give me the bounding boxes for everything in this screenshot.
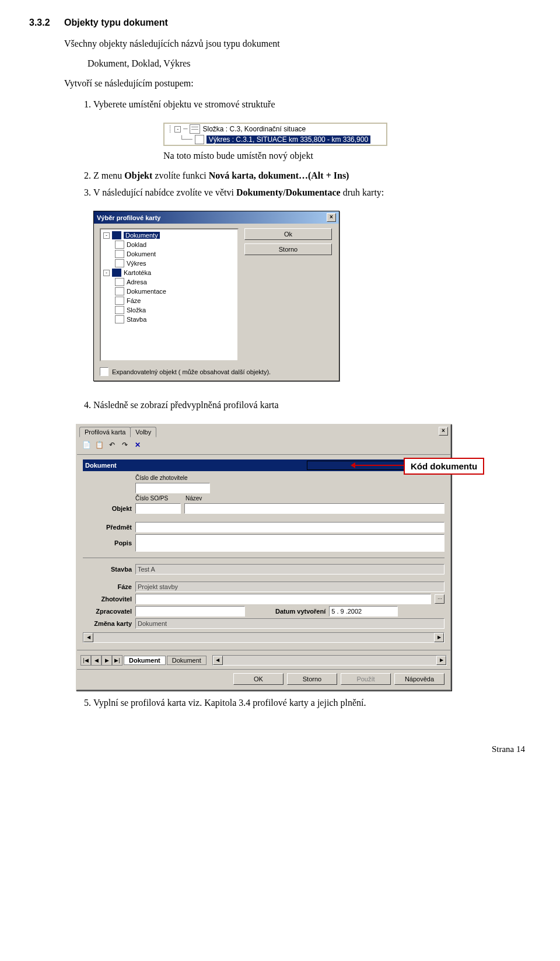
label-popis: Popis [83,539,132,546]
bottom-scrollbar[interactable]: ◀ ▶ [212,655,447,666]
label-cislo-zhotovitele: Číslo dle zhotovitele [135,475,205,481]
prev-icon[interactable]: ◀ [91,655,102,666]
tab-nav[interactable]: |◀ ◀ ▶ ▶| [80,655,123,666]
copy-icon[interactable]: 📄 [80,439,92,451]
field-stavba: Test A [135,564,444,574]
undo-icon[interactable]: ↶ [106,439,118,451]
input-nazev[interactable] [184,503,444,514]
label-predmet: Předmět [83,524,132,531]
tree-item-doklad[interactable]: Doklad [127,241,146,248]
tree-row-selected[interactable]: Výkres : C.3.1, SITUACE km 335,800 - km … [206,135,370,144]
input-popis[interactable] [135,534,444,552]
profile-tree[interactable]: -Dokumenty Doklad Dokument Výkres -Karto… [100,228,239,361]
tree-caption: Na toto místo bude umístěn nový objekt [163,151,531,161]
tree-item-dokument[interactable]: Dokument [127,250,156,257]
horizontal-scrollbar[interactable]: ◀ ▶ [83,632,444,643]
tree-item-dokumentace[interactable]: Dokumentace [127,288,166,295]
ok-button[interactable]: OK [233,673,284,685]
collapse-icon[interactable]: - [174,126,181,133]
tree-screenshot: ┊ - ─ Složka : C.3, Koordinační situace … [163,123,387,146]
step-5: Vyplní se profilová karta viz. Kapitola … [93,697,531,709]
code-callout: Kód dokumentu [404,458,484,475]
tree-row-folder: Složka : C.3, Koordinační situace [202,125,306,133]
card-icon [115,297,124,305]
field-faze: Projekt stavby [135,582,444,592]
label-objekt: Objekt [83,505,132,512]
profile-card-dialog: Profilová karta Volby × 📄 📋 ↶ ↷ ✕ Dokume… [76,424,452,691]
ok-button[interactable]: Ok [244,228,332,240]
bottom-tab-dokument-2[interactable]: Dokument [167,656,206,665]
help-button[interactable]: Nápověda [394,673,444,685]
last-icon[interactable]: ▶| [112,655,123,666]
section-heading: 3.3.2 Objekty typu dokument [29,18,531,28]
next-icon[interactable]: ▶ [102,655,112,666]
tree-item-dokumenty[interactable]: Dokumenty [124,232,160,239]
scroll-left-icon[interactable]: ◀ [83,633,93,642]
first-icon[interactable]: |◀ [80,655,91,666]
lookup-icon[interactable]: ⋯ [435,594,444,604]
input-zhotovitel[interactable] [135,594,431,604]
label-cislo-sops: Číslo SO/PS [135,495,182,502]
collapse-icon[interactable]: - [103,270,110,276]
close-icon[interactable]: × [439,427,448,436]
input-datum[interactable]: 5 . 9 .2002 [329,606,398,617]
field-zmena-karty: Dokument [135,618,444,629]
card-icon [115,306,124,314]
bottom-tab-dokument-1[interactable]: Dokument [124,656,166,665]
tab-profile-card[interactable]: Profilová karta [79,427,131,437]
intro-p2: Dokument, Doklad, Výkres [88,58,531,69]
document-icon [115,250,124,258]
scroll-right-icon[interactable]: ▶ [434,633,444,642]
step-2: Z menu Objekt zvolíte funkci Nová karta,… [93,169,531,182]
tree-item-stavba[interactable]: Stavba [127,316,146,323]
expandable-label: Expandovatelný objekt ( může obsahovat d… [112,368,271,375]
tree-item-kartoteka[interactable]: Kartotéka [124,269,151,276]
label-faze: Fáze [83,583,132,590]
step-1: Vyberete umístění objektu ve stromové st… [93,98,531,111]
tree-item-faze[interactable]: Fáze [127,297,141,304]
delete-icon[interactable]: ✕ [132,439,144,451]
redo-icon[interactable]: ↷ [119,439,131,451]
input-cislo-zhotovitele[interactable] [135,483,210,493]
label-zmena-karty: Změna karty [83,620,132,627]
input-cislo-sops[interactable] [135,503,181,514]
scroll-right-icon[interactable]: ▶ [436,656,446,665]
label-datum: Datum vytvoření [275,608,326,615]
folder-icon [112,231,121,239]
scroll-left-icon[interactable]: ◀ [213,656,223,665]
card-icon [115,278,124,286]
intro-p3: Vytvoří se následujícím postupem: [64,78,531,89]
document-icon [115,259,124,267]
label-nazev: Název [186,495,202,502]
card-icon [115,287,124,295]
input-zpracovatel[interactable] [135,606,245,617]
section-title: Objekty typu dokument [64,18,168,27]
callout-line [355,465,404,466]
intro-p1: Všechny objekty následujících názvů jsou… [64,39,531,49]
tree-item-adresa[interactable]: Adresa [127,278,147,285]
folder-icon [190,124,200,134]
step-4: Následně se zobrazí předvyplněná profilo… [93,399,531,412]
dialog1-title: Výběr profilové karty [97,214,160,221]
page-number: Strana 14 [29,744,525,754]
cancel-button[interactable]: Storno [244,243,332,255]
input-predmet[interactable] [135,522,444,532]
tab-options[interactable]: Volby [130,427,156,437]
label-zpracovatel: Zpracovatel [83,608,132,615]
card-icon [115,315,124,323]
expandable-checkbox[interactable] [100,367,108,376]
tree-connector: ┊ [168,125,172,133]
close-icon[interactable]: × [327,213,336,222]
folder-icon [112,269,121,277]
apply-button: Použít [341,673,391,685]
label-stavba: Stavba [83,566,132,573]
cancel-button[interactable]: Storno [287,673,337,685]
step-3: V následující nabídce zvolíte ve větvi D… [93,186,531,199]
collapse-icon[interactable]: - [103,232,110,239]
document-icon [115,241,124,249]
tree-item-vykres[interactable]: Výkres [127,260,146,267]
label-zhotovitel: Zhotovitel [83,596,132,603]
document-icon [195,135,204,144]
paste-icon[interactable]: 📋 [93,439,105,451]
tree-item-slozka[interactable]: Složka [127,307,146,314]
